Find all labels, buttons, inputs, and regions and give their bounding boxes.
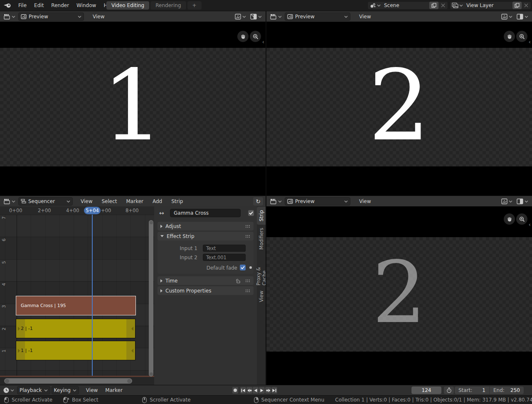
pivot-point-button[interactable]	[500, 197, 514, 206]
zoom-gizmo[interactable]	[250, 31, 261, 42]
tab-view[interactable]: View	[257, 287, 266, 306]
strip-name-input[interactable]: Gamma Cross	[170, 209, 241, 217]
display-mode-select[interactable]: Preview	[285, 12, 350, 21]
workspace-tab-video-editing[interactable]: Video Editing	[106, 1, 149, 10]
scene-name[interactable]: Scene	[382, 2, 429, 8]
scene-browse-button[interactable]	[368, 2, 382, 9]
collapse-chevron-icon[interactable]: ‹	[529, 39, 531, 45]
workspace-tab-rendering[interactable]: Rendering	[150, 1, 186, 10]
panel-grip-icon[interactable]	[245, 289, 251, 292]
panel-grip-icon[interactable]	[245, 235, 251, 238]
strip-handle-right[interactable]	[126, 341, 135, 360]
add-workspace-button[interactable]: +	[187, 1, 202, 10]
scene-unlink-button[interactable]	[438, 2, 448, 9]
tab-modifiers[interactable]: Modifiers	[257, 227, 266, 251]
timeline-ruler[interactable]: 0+00 2+00 4+00 +00 8+00 5+04	[0, 206, 154, 215]
current-frame-badge[interactable]: 5+04	[84, 207, 101, 214]
editor-type-button[interactable]	[269, 12, 283, 21]
pan-gizmo[interactable]	[504, 213, 515, 225]
pivot-point-button[interactable]	[500, 12, 514, 21]
view-layer-new-copy-button[interactable]	[512, 2, 522, 9]
pan-gizmo[interactable]	[237, 31, 249, 42]
current-frame-field[interactable]: 124	[411, 387, 441, 394]
panel-grip-icon[interactable]	[245, 225, 251, 228]
menu-view[interactable]: View	[355, 13, 374, 20]
animate-dot-icon[interactable]	[249, 266, 252, 269]
preview-canvas[interactable]: 2 ‹	[266, 206, 532, 385]
panel-grip-icon[interactable]	[245, 279, 251, 282]
collapse-chevron-icon[interactable]: ‹	[262, 39, 264, 45]
jump-to-end-button[interactable]	[271, 387, 277, 394]
preview-canvas[interactable]: 1 ‹	[0, 22, 266, 196]
horizontal-scrollbar[interactable]	[4, 378, 132, 384]
blender-logo-icon[interactable]	[0, 2, 15, 9]
tab-proxy-cache[interactable]: Proxy & Cache	[257, 252, 266, 285]
strip-movie-1[interactable]: 1 | -1	[16, 341, 135, 360]
play-reverse-button[interactable]	[253, 387, 259, 394]
playback-menu[interactable]: Playback	[17, 386, 50, 394]
prev-keyframe-button[interactable]	[246, 387, 252, 394]
overlay-toggle-button[interactable]	[515, 197, 530, 206]
menu-view[interactable]: View	[89, 13, 108, 20]
menu-edit[interactable]: Edit	[30, 2, 47, 9]
frame-start-field[interactable]: Start: 1	[455, 387, 489, 394]
view-layer-browse-button[interactable]	[450, 2, 465, 9]
strip-handle-right[interactable]	[126, 319, 135, 338]
tab-strip[interactable]: Strip	[257, 207, 266, 225]
default-fade-checkbox[interactable]	[240, 265, 246, 270]
sequencer-timeline[interactable]: 7 6 5 4 3 2 1 Gamma Cross | 195 2 | -1 1…	[0, 215, 154, 376]
input2-field[interactable]: Text.001	[203, 254, 246, 261]
pivot-point-button[interactable]	[234, 12, 247, 21]
menu-marker[interactable]: Marker	[123, 198, 147, 205]
strip-movie-2[interactable]: 2 | -1	[16, 319, 135, 338]
menu-view[interactable]: View	[82, 387, 101, 394]
view-type-value: Sequencer	[28, 198, 64, 204]
display-mode-select[interactable]: Preview	[285, 197, 350, 206]
overlay-toggle-button[interactable]	[515, 12, 530, 21]
jump-to-start-button[interactable]	[240, 387, 246, 394]
play-button[interactable]	[259, 387, 265, 394]
refresh-sequencer-button[interactable]: ↻	[253, 197, 263, 206]
menu-add[interactable]: Add	[149, 198, 166, 205]
frame-end-field[interactable]: End: 250	[490, 387, 524, 394]
editor-type-button[interactable]	[2, 197, 17, 206]
menu-marker[interactable]: Marker	[101, 387, 126, 394]
strip-gamma-cross[interactable]: Gamma Cross | 195	[16, 296, 136, 315]
use-preview-range-button[interactable]	[444, 387, 454, 394]
panel-time[interactable]: Time	[158, 276, 254, 285]
editor-type-button[interactable]	[2, 12, 17, 21]
menu-strip[interactable]: Strip	[167, 198, 187, 205]
display-mode-select[interactable]: Preview	[18, 12, 84, 21]
playhead[interactable]	[92, 215, 93, 376]
view-layer-remove-button[interactable]	[522, 2, 531, 9]
collapse-chevron-icon[interactable]: ‹	[529, 221, 531, 228]
scene-new-copy-button[interactable]	[429, 2, 438, 9]
panel-custom-properties[interactable]: Custom Properties	[158, 286, 254, 295]
preview-canvas[interactable]: 2 ‹	[266, 22, 532, 196]
view-layer-name[interactable]: View Layer	[465, 2, 512, 8]
menu-render[interactable]: Render	[47, 2, 73, 9]
panel-adjust[interactable]: Adjust	[158, 222, 254, 231]
record-button[interactable]	[232, 387, 238, 394]
keying-menu[interactable]: Keying	[52, 386, 79, 394]
menu-window[interactable]: Window	[73, 2, 100, 9]
editor-type-button[interactable]	[269, 197, 283, 206]
menu-view[interactable]: View	[77, 198, 96, 205]
strip-enable-checkbox[interactable]	[248, 210, 254, 216]
editor-type-button[interactable]	[2, 386, 15, 394]
menu-select[interactable]: Select	[98, 198, 121, 205]
overlay-toggle-button[interactable]	[249, 12, 263, 21]
panel-effect-strip[interactable]: Effect Strip	[158, 232, 254, 240]
caret-down-icon	[160, 235, 164, 237]
lock-open-icon[interactable]	[236, 278, 241, 283]
next-keyframe-button[interactable]	[265, 387, 271, 394]
menu-view[interactable]: View	[355, 198, 374, 205]
preview-header: Preview View	[266, 11, 532, 22]
input1-field[interactable]: Text	[203, 245, 246, 252]
pan-gizmo[interactable]	[504, 31, 515, 42]
zoom-gizmo[interactable]	[516, 213, 527, 225]
view-type-select[interactable]: Sequencer	[18, 197, 73, 206]
vertical-scrollbar[interactable]	[149, 220, 153, 377]
menu-file[interactable]: File	[15, 2, 30, 9]
zoom-gizmo[interactable]	[516, 31, 527, 42]
